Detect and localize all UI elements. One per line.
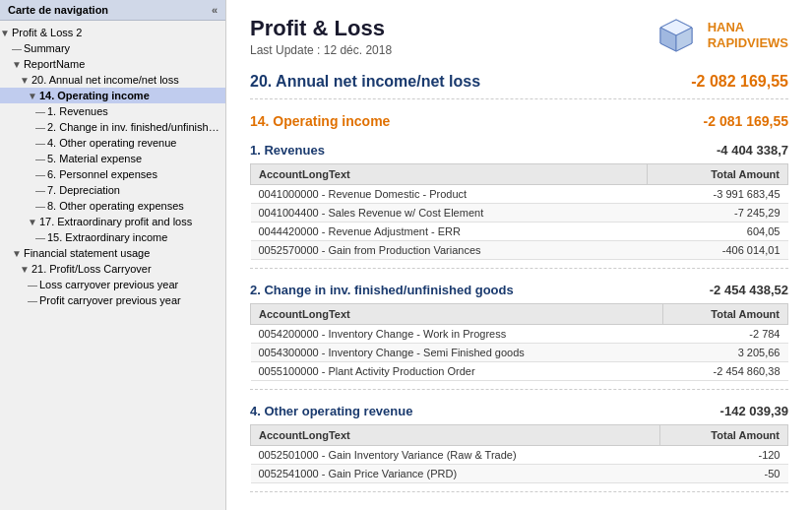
account-cell: 0052570000 - Gain from Production Varian… — [251, 241, 648, 260]
sidebar-item-reportname[interactable]: ▼ReportName — [0, 56, 225, 72]
data-table-change-inv: AccountLongTextTotal Amount0054200000 - … — [250, 303, 788, 381]
sidebar-item-other-op-exp[interactable]: —8. Other operating expenses — [0, 198, 225, 214]
sidebar-title: Carte de navigation — [8, 4, 108, 16]
amount-cell: 604,05 — [648, 223, 788, 241]
tree-item-label: ReportName — [24, 58, 85, 70]
tree-item-label: 4. Other operating revenue — [47, 137, 176, 149]
section-small-change-inv: 2. Change in inv. finished/unfinished go… — [250, 283, 788, 297]
folder-icon: ▼ — [12, 59, 22, 70]
section-amount: -4 404 338,7 — [717, 143, 788, 158]
col-header-0: AccountLongText — [251, 164, 648, 185]
logo-line1: HANA — [708, 20, 788, 35]
account-cell: 0052501000 - Gain Inventory Variance (Ra… — [251, 446, 660, 465]
folder-icon: ▼ — [0, 28, 10, 38]
table-row: 0054300000 - Inventory Change - Semi Fin… — [251, 344, 788, 362]
doc-icon: — — [35, 154, 45, 164]
tree-item-label: 17. Extraordinary profit and loss — [39, 216, 192, 227]
sidebar-item-material[interactable]: —5. Material expense — [0, 151, 225, 166]
doc-icon: — — [28, 280, 37, 290]
sidebar-item-financial[interactable]: ▼Financial statement usage — [0, 245, 225, 261]
doc-icon: — — [35, 122, 45, 133]
sidebar-item-loss-carryover[interactable]: —Loss carryover previous year — [0, 277, 225, 292]
sections-container: 20. Annual net income/net loss-2 082 169… — [250, 73, 788, 492]
tree-item-label: Financial statement usage — [24, 247, 150, 259]
section-title: 2. Change in inv. finished/unfinished go… — [250, 283, 514, 297]
tree-item-label: 1. Revenues — [47, 105, 108, 117]
sidebar-item-change-inv[interactable]: —2. Change in inv. finished/unfinished g… — [0, 119, 225, 135]
logo-cube-icon — [653, 16, 700, 55]
sidebar-item-root[interactable]: ▼Profit & Loss 2 — [0, 25, 225, 40]
sidebar-item-personnel[interactable]: —6. Personnel expenses — [0, 166, 225, 182]
main-header: Profit & Loss Last Update : 12 déc. 2018… — [250, 16, 788, 57]
tree-item-label: 6. Personnel expenses — [47, 168, 157, 180]
section-amount: -2 454 438,52 — [710, 283, 788, 297]
table-row: 0041000000 - Revenue Domestic - Product-… — [251, 185, 788, 204]
col-header-1: Total Amount — [663, 304, 788, 325]
sidebar-item-profit-carryover[interactable]: —Profit carryover previous year — [0, 292, 225, 308]
table-row: 0044420000 - Revenue Adjustment - ERR604… — [251, 223, 788, 241]
section-title: 14. Operating income — [250, 113, 390, 129]
table-row: 0041004400 - Sales Revenue w/ Cost Eleme… — [251, 204, 788, 223]
table-row: 0052570000 - Gain from Production Varian… — [251, 241, 788, 260]
amount-cell: 3 205,66 — [663, 344, 788, 362]
tree-item-label: Loss carryover previous year — [39, 279, 178, 290]
section-primary-annual: 20. Annual net income/net loss-2 082 169… — [250, 73, 788, 91]
col-header-0: AccountLongText — [251, 425, 660, 446]
sidebar-item-annual[interactable]: ▼20. Annual net income/net loss — [0, 72, 225, 88]
sidebar-item-operating[interactable]: ▼14. Operating income — [0, 88, 225, 103]
sidebar-tree: ▼Profit & Loss 2—Summary▼ReportName▼20. … — [0, 21, 225, 510]
table-row: 0055100000 - Plant Activity Production O… — [251, 362, 788, 381]
sidebar-item-summary[interactable]: —Summary — [0, 40, 225, 56]
sidebar-collapse-button[interactable]: « — [212, 4, 218, 16]
tree-item-label: Profit & Loss 2 — [12, 27, 83, 38]
last-update: Last Update : 12 déc. 2018 — [250, 43, 392, 57]
section-title: 1. Revenues — [250, 143, 325, 158]
tree-item-label: 15. Extraordinary income — [47, 231, 167, 243]
section-small-other-op-rev: 4. Other operating revenue-142 039,39 — [250, 404, 788, 418]
main-content: Profit & Loss Last Update : 12 déc. 2018… — [226, 0, 812, 510]
table-row: 0052501000 - Gain Inventory Variance (Ra… — [251, 446, 788, 465]
col-header-1: Total Amount — [660, 425, 788, 446]
amount-cell: -406 014,01 — [648, 241, 788, 260]
sidebar-item-revenues[interactable]: —1. Revenues — [0, 103, 225, 119]
tree-item-label: 2. Change in inv. finished/unfinished go… — [47, 121, 225, 133]
data-table-other-op-rev: AccountLongTextTotal Amount0052501000 - … — [250, 424, 788, 483]
table-row: 0054200000 - Inventory Change - Work in … — [251, 325, 788, 344]
account-cell: 0044420000 - Revenue Adjustment - ERR — [251, 223, 648, 241]
tree-item-label: 14. Operating income — [39, 90, 150, 101]
doc-icon: — — [35, 201, 45, 212]
col-header-0: AccountLongText — [251, 304, 663, 325]
account-cell: 0055100000 - Plant Activity Production O… — [251, 362, 663, 381]
sidebar-item-extraordinary[interactable]: ▼17. Extraordinary profit and loss — [0, 214, 225, 229]
doc-icon: — — [35, 138, 45, 149]
section-secondary-operating: 14. Operating income-2 081 169,55 — [250, 113, 788, 129]
section-amount: -2 081 169,55 — [704, 113, 788, 129]
doc-icon: — — [35, 106, 45, 117]
amount-cell: -7 245,29 — [648, 204, 788, 223]
section-small-revenues: 1. Revenues-4 404 338,7 — [250, 143, 788, 158]
section-title: 20. Annual net income/net loss — [250, 73, 480, 91]
doc-icon: — — [35, 185, 45, 196]
table-row: 0052541000 - Gain Price Variance (PRD)-5… — [251, 465, 788, 483]
tree-item-label: Profit carryover previous year — [39, 294, 181, 306]
amount-cell: -50 — [660, 465, 788, 483]
doc-icon: — — [28, 295, 37, 306]
account-cell: 0054300000 - Inventory Change - Semi Fin… — [251, 344, 663, 362]
logo-area: HANA RAPIDVIEWS — [653, 16, 788, 55]
title-area: Profit & Loss Last Update : 12 déc. 2018 — [250, 16, 392, 57]
amount-cell: -2 454 860,38 — [663, 362, 788, 381]
account-cell: 0041004400 - Sales Revenue w/ Cost Eleme… — [251, 204, 648, 223]
folder-icon: ▼ — [20, 75, 30, 86]
account-cell: 0052541000 - Gain Price Variance (PRD) — [251, 465, 660, 483]
sidebar-item-depreciation[interactable]: —7. Depreciation — [0, 182, 225, 198]
sidebar-item-extraordinary-inc[interactable]: —15. Extraordinary income — [0, 229, 225, 245]
logo-line2: RAPIDVIEWS — [708, 35, 788, 51]
doc-icon: — — [12, 43, 22, 54]
amount-cell: -2 784 — [663, 325, 788, 344]
amount-cell: -3 991 683,45 — [648, 185, 788, 204]
folder-icon: ▼ — [12, 248, 22, 259]
sidebar-item-profit-loss[interactable]: ▼21. Profit/Loss Carryover — [0, 261, 225, 277]
account-cell: 0041000000 - Revenue Domestic - Product — [251, 185, 648, 204]
tree-item-label: 5. Material expense — [47, 153, 142, 164]
sidebar-item-other-op-rev[interactable]: —4. Other operating revenue — [0, 135, 225, 151]
